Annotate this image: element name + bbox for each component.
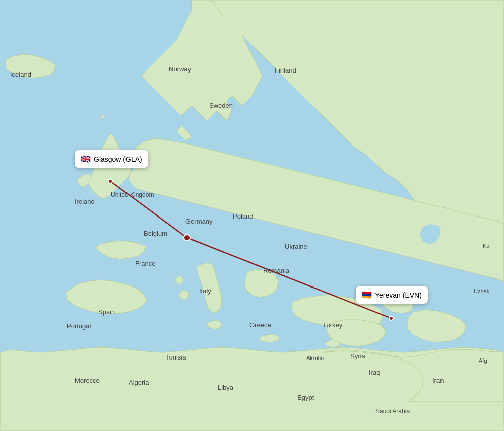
glasgow-airport-text: Glasgow (GLA) bbox=[94, 155, 142, 163]
svg-point-3 bbox=[184, 235, 190, 241]
armenia-flag: 🇦🇲 bbox=[362, 290, 372, 300]
uk-flag: 🇬🇧 bbox=[81, 154, 91, 164]
map-svg bbox=[0, 0, 504, 431]
map-container: 🇬🇧 Glasgow (GLA) 🇦🇲 Yerevan (EVN) Icelan… bbox=[0, 0, 504, 431]
yerevan-airport-text: Yerevan (EVN) bbox=[375, 291, 422, 299]
glasgow-airport-dot bbox=[108, 179, 113, 184]
glasgow-airport-label: 🇬🇧 Glasgow (GLA) bbox=[75, 150, 148, 168]
yerevan-airport-dot bbox=[389, 316, 394, 321]
yerevan-airport-label: 🇦🇲 Yerevan (EVN) bbox=[356, 286, 428, 304]
